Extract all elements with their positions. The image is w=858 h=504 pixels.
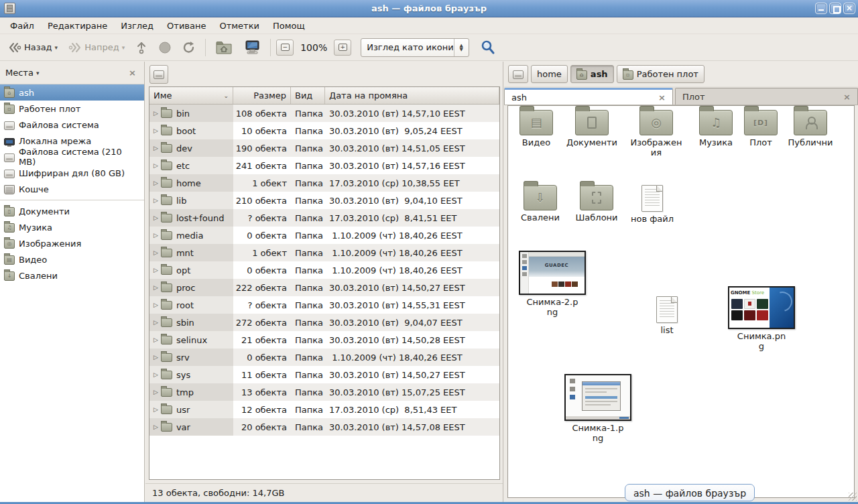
- sidebar-item-Изображения[interactable]: ◎Изображения: [0, 235, 144, 251]
- icon-view[interactable]: ▤ВидеоДокументи◎Изображения♫Музика[D]Пло…: [507, 105, 855, 498]
- table-row-var[interactable]: ▷var20 обектаПапка30.03.2010 (вт) 14,57,…: [149, 418, 499, 436]
- table-row-etc[interactable]: ▷etc241 обектаПапка30.03.2010 (вт) 14,57…: [149, 157, 499, 174]
- expander-icon[interactable]: ▷: [154, 180, 158, 186]
- file-item-list[interactable]: list: [639, 296, 695, 335]
- tree-root-button[interactable]: [149, 65, 168, 84]
- file-item-Публични[interactable]: Публични: [782, 110, 839, 147]
- table-row-proc[interactable]: ▷proc222 обектаПапка30.03.2010 (вт) 14,5…: [149, 279, 499, 296]
- breadcrumb-root[interactable]: [508, 65, 528, 83]
- taskbar-window-label[interactable]: ash — файлов браузър: [625, 484, 755, 501]
- sidebar-item-Свалени[interactable]: ↓Свалени: [0, 267, 144, 284]
- places-title[interactable]: Места: [5, 68, 34, 78]
- expander-icon[interactable]: ▷: [154, 214, 158, 221]
- sidebar-item-Видео[interactable]: ▤Видео: [0, 251, 144, 267]
- table-row-tmp[interactable]: ▷tmp13 обектаПапка30.03.2010 (вт) 15,07,…: [149, 383, 499, 401]
- places-close-icon[interactable]: ×: [126, 68, 139, 78]
- sidebar-item-ash[interactable]: ⌂ash: [0, 84, 144, 101]
- expander-icon[interactable]: ▷: [154, 406, 158, 413]
- table-row-lost+found[interactable]: ▷lost+found? обектаПапка17.03.2010 (ср) …: [149, 209, 499, 227]
- expander-icon[interactable]: ▷: [154, 424, 158, 430]
- column-header-Име[interactable]: Име⌄: [149, 87, 233, 104]
- sidebar-item-Файлова система (210 MB)[interactable]: Файлова система (210 MB): [0, 149, 144, 165]
- file-item-Видео[interactable]: ▤Видео: [508, 110, 564, 147]
- table-row-lib[interactable]: ▷lib210 обектаПапка30.03.2010 (вт) 9,04,…: [149, 192, 499, 209]
- sidebar-item-Музика[interactable]: ♫Музика: [0, 219, 144, 235]
- expander-icon[interactable]: ▷: [154, 145, 158, 151]
- tab-Плот[interactable]: Плот×: [675, 88, 858, 105]
- table-row-mnt[interactable]: ▷mnt1 обектПапка 1.10.2009 (чт) 18,40,26…: [149, 244, 499, 261]
- column-header-Размер[interactable]: Размер: [233, 87, 291, 104]
- column-header-Дата на промяна[interactable]: Дата на промяна: [325, 87, 499, 104]
- table-row-selinux[interactable]: ▷selinux21 обектаПапка30.03.2010 (вт) 14…: [149, 331, 499, 349]
- menu-Отметки[interactable]: Отметки: [213, 19, 265, 33]
- file-item-Снимка-2.png[interactable]: GUADEC· · ·Снимка-2.png: [516, 251, 589, 318]
- sidebar-item-Шифриран дял (80 GB)[interactable]: Шифриран дял (80 GB): [0, 165, 144, 181]
- expander-icon[interactable]: ▷: [154, 110, 158, 117]
- file-item-Снимка-1.png[interactable]: Снимка-1.png: [562, 374, 634, 444]
- menu-Помощ[interactable]: Помощ: [267, 19, 311, 33]
- view-mode-select[interactable]: Изглед като икони ▲▼: [361, 38, 469, 57]
- table-row-sbin[interactable]: ▷sbin272 обектаПапка30.03.2010 (вт) 9,04…: [149, 314, 499, 331]
- breadcrumb-ash[interactable]: ⌂ash: [570, 65, 614, 83]
- resize-grip[interactable]: [849, 493, 857, 501]
- expander-icon[interactable]: ▷: [154, 371, 158, 378]
- table-row-dev[interactable]: ▷dev190 обектаПапка30.03.2010 (вт) 14,51…: [149, 139, 499, 157]
- breadcrumb-Работен плот[interactable]: ▫Работен плот: [617, 65, 704, 83]
- expander-icon[interactable]: ▷: [154, 249, 158, 256]
- table-row-sys[interactable]: ▷sys11 обектаПапка30.03.2010 (вт) 14,50,…: [149, 366, 499, 383]
- tab-close-icon[interactable]: ×: [658, 92, 666, 103]
- file-item-Шаблони[interactable]: Шаблони: [568, 185, 625, 223]
- column-header-Вид[interactable]: Вид: [291, 87, 325, 104]
- table-row-root[interactable]: ▷root? обектаПапка30.03.2010 (вт) 14,55,…: [149, 296, 499, 314]
- stop-button[interactable]: [154, 38, 176, 58]
- menu-Редактиране[interactable]: Редактиране: [42, 19, 113, 33]
- back-dropdown-icon[interactable]: ▾: [55, 44, 58, 51]
- expander-icon[interactable]: ▷: [154, 336, 158, 343]
- table-row-usr[interactable]: ▷usr12 обектаПапка17.03.2010 (ср) 8,51,4…: [149, 401, 499, 418]
- up-button[interactable]: [131, 38, 151, 58]
- expander-icon[interactable]: ▷: [154, 162, 158, 169]
- expander-icon[interactable]: ▷: [154, 319, 158, 326]
- sidebar-item-Документи[interactable]: ▯Документи: [0, 203, 144, 219]
- file-item-нов файл[interactable]: нов файл: [624, 185, 680, 224]
- reload-button[interactable]: [178, 38, 200, 58]
- expander-icon[interactable]: ▷: [154, 354, 158, 361]
- table-row-boot[interactable]: ▷boot10 обектаПапка30.03.2010 (вт) 9,05,…: [149, 122, 499, 139]
- table-row-home[interactable]: ▷home1 обектПапка17.03.2010 (ср) 10,38,5…: [149, 174, 499, 192]
- expander-icon[interactable]: ▷: [154, 197, 158, 204]
- tab-ash[interactable]: ash×: [504, 88, 673, 105]
- combo-spinner-icon[interactable]: ▲▼: [454, 39, 469, 56]
- computer-button[interactable]: [239, 38, 265, 58]
- expander-icon[interactable]: ▷: [154, 267, 158, 273]
- expander-icon[interactable]: ▷: [154, 302, 158, 308]
- home-button[interactable]: [211, 38, 237, 58]
- minimize-button[interactable]: [815, 3, 827, 14]
- forward-button[interactable]: Напред ▾: [64, 38, 129, 58]
- table-row-bin[interactable]: ▷bin108 обектаПапка30.03.2010 (вт) 14,57…: [149, 105, 499, 122]
- file-item-Свалени[interactable]: ⇩Свалени: [512, 185, 568, 223]
- forward-dropdown-icon[interactable]: ▾: [122, 44, 125, 51]
- breadcrumb-home[interactable]: home: [531, 65, 568, 83]
- tab-close-icon[interactable]: ×: [843, 92, 851, 102]
- file-item-Изображения[interactable]: ◎Изображения: [628, 110, 684, 158]
- sidebar-item-Файлова система[interactable]: Файлова система: [0, 117, 144, 133]
- zoom-in-button[interactable]: +: [334, 40, 351, 56]
- file-item-Документи[interactable]: Документи: [564, 110, 620, 147]
- table-row-opt[interactable]: ▷opt0 обектаПапка 1.10.2009 (чт) 18,40,2…: [149, 261, 499, 279]
- menu-Отиване[interactable]: Отиване: [161, 19, 212, 33]
- back-button[interactable]: Назад ▾: [4, 38, 62, 58]
- file-item-Снимка.png[interactable]: GNOME StoreСнимка.png: [725, 286, 798, 352]
- expander-icon[interactable]: ▷: [154, 284, 158, 291]
- file-item-Плот[interactable]: [D]Плот: [733, 110, 789, 147]
- sidebar-item-Кошче[interactable]: Кошче: [0, 181, 144, 197]
- menu-Файл[interactable]: Файл: [4, 19, 40, 33]
- places-dropdown-icon[interactable]: ▾: [36, 70, 40, 76]
- menu-Изглед[interactable]: Изглед: [115, 19, 160, 33]
- table-row-media[interactable]: ▷media0 обектаПапка 1.10.2009 (чт) 18,40…: [149, 227, 499, 244]
- close-button[interactable]: ×: [843, 3, 855, 14]
- expander-icon[interactable]: ▷: [154, 127, 158, 134]
- table-row-srv[interactable]: ▷srv0 обектаПапка 1.10.2009 (чт) 18,40,2…: [149, 349, 499, 366]
- maximize-button[interactable]: [829, 3, 841, 14]
- search-button[interactable]: [476, 38, 500, 58]
- sidebar-item-Работен плот[interactable]: ▫Работен плот: [0, 101, 144, 117]
